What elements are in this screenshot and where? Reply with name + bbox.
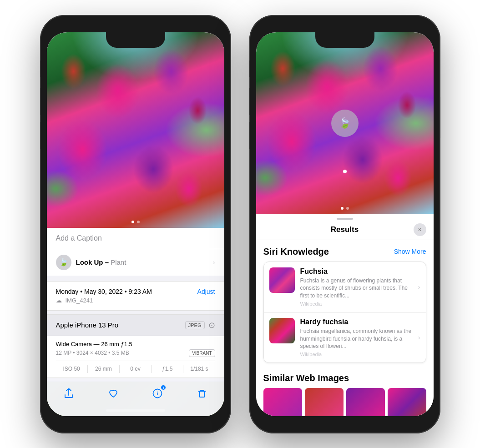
exif-focal: 26 mm (88, 365, 120, 373)
fuchsia-item[interactable]: Fuchsia Fuchsia is a genus of flowering … (264, 262, 426, 312)
fuchsia-thumb-image (269, 267, 295, 293)
camera-wide: Wide Camera — 26 mm ƒ1.5 (56, 341, 215, 347)
hardy-name: Hardy fuchsia (300, 318, 413, 326)
camera-badges: JPEG ⊙ (185, 320, 215, 330)
hardy-source: Wikipedia (300, 352, 413, 357)
info-panel: Add a Caption 🍃 Look Up – Plant › Monday… (47, 228, 224, 416)
fuchsia-description: Fuchsia is a genus of flowering plants t… (300, 277, 413, 300)
photo-filename: ☁ IMG_4241 (56, 297, 215, 304)
similar-images-grid (263, 388, 426, 416)
right-volume-down-button[interactable] (249, 122, 250, 149)
right-phone: 🍃 Results × (249, 15, 440, 433)
exif-ev: 0 ev (120, 365, 152, 373)
right-phone-screen: 🍃 Results × (256, 32, 434, 416)
hardy-text: Hardy fuchsia Fuchsia magellanica, commo… (300, 318, 413, 357)
camera-model: Apple iPhone 13 Pro (56, 321, 119, 329)
right-page-dots (341, 207, 349, 210)
favorite-button[interactable] (103, 383, 123, 403)
power-button[interactable] (231, 97, 231, 138)
left-phone-screen: Add a Caption 🍃 Look Up – Plant › Monday… (47, 32, 224, 416)
flower-photo (47, 32, 224, 228)
hardy-chevron-icon: › (418, 334, 420, 341)
camera-section: Apple iPhone 13 Pro JPEG ⊙ Wide Camera —… (47, 314, 224, 378)
hardy-thumb-image (269, 318, 295, 343)
right-power-button[interactable] (440, 97, 440, 138)
right-photo-area[interactable]: 🍃 (256, 32, 434, 214)
results-header: Results × (256, 220, 434, 240)
lookup-row[interactable]: 🍃 Look Up – Plant › (47, 249, 224, 276)
similar-image-4[interactable] (388, 388, 426, 416)
camera-header: Apple iPhone 13 Pro JPEG ⊙ (47, 315, 224, 336)
right-notch (315, 32, 374, 48)
exif-iso: ISO 50 (56, 365, 88, 373)
share-button[interactable] (59, 383, 79, 403)
fuchsia-chevron-icon: › (418, 283, 420, 291)
svg-text:i: i (157, 391, 158, 396)
knowledge-card: Fuchsia Fuchsia is a genus of flowering … (263, 262, 426, 363)
jpeg-badge: JPEG (185, 321, 205, 329)
vibrant-badge: VIBRANT (189, 349, 215, 357)
siri-knowledge-title: Siri Knowledge (263, 247, 329, 257)
adjust-button[interactable]: Adjust (197, 288, 215, 295)
similar-image-1[interactable] (263, 388, 302, 416)
hardy-thumbnail (269, 318, 295, 343)
cloud-icon: ☁ (56, 297, 62, 304)
camera-details: Wide Camera — 26 mm ƒ1.5 12 MP • 3024 × … (47, 336, 224, 378)
caption-field[interactable]: Add a Caption (47, 228, 224, 249)
page-dot-2 (137, 221, 140, 223)
exif-row: ISO 50 26 mm 0 ev ƒ1.5 1/181 s (56, 361, 215, 373)
page-dots (131, 221, 140, 223)
lookup-chevron-icon: › (213, 259, 215, 266)
delete-button[interactable] (192, 383, 212, 403)
fuchsia-source: Wikipedia (300, 301, 413, 307)
photo-date: Monday • May 30, 2022 • 9:23 AM (56, 288, 152, 295)
results-title: Results (276, 225, 414, 234)
siri-knowledge-header: Siri Knowledge Show More (263, 247, 426, 257)
hardy-fuchsia-item[interactable]: Hardy fuchsia Fuchsia magellanica, commo… (264, 312, 426, 362)
exif-aperture: ƒ1.5 (152, 365, 183, 373)
lookup-label: Look Up – Plant (76, 258, 126, 266)
similar-image-3[interactable] (346, 388, 385, 416)
similar-images-section: Similar Web Images (256, 367, 434, 416)
mute-button[interactable] (40, 60, 40, 77)
visual-lookup-button[interactable]: 🍃 (331, 110, 359, 137)
info-badge: i (161, 385, 166, 390)
notch (106, 32, 165, 48)
fuchsia-text: Fuchsia Fuchsia is a genus of flowering … (300, 267, 413, 307)
right-mute-button[interactable] (249, 60, 250, 77)
results-panel: Results × Siri Knowledge Show More (256, 214, 434, 416)
left-phone: Add a Caption 🍃 Look Up – Plant › Monday… (40, 15, 231, 433)
volume-down-button[interactable] (40, 122, 40, 149)
close-button[interactable]: × (414, 223, 426, 236)
visual-lookup-icon: 🍃 (56, 255, 71, 270)
similar-images-header: Similar Web Images (263, 373, 426, 383)
dot-indicator (343, 170, 347, 173)
meta-section: Monday • May 30, 2022 • 9:23 AM Adjust ☁… (47, 281, 224, 311)
similar-images-title: Similar Web Images (263, 373, 349, 383)
camera-mp: 12 MP • 3024 × 4032 • 3.5 MB VIBRANT (56, 349, 215, 357)
siri-knowledge-section: Siri Knowledge Show More Fuchsia Fuchsia… (256, 240, 434, 367)
photo-area[interactable] (47, 32, 224, 228)
volume-up-button[interactable] (40, 88, 40, 115)
fuchsia-thumbnail (269, 267, 295, 293)
hardy-description: Fuchsia magellanica, commonly known as t… (300, 327, 413, 350)
similar-image-2[interactable] (305, 388, 344, 416)
camera-settings-icon[interactable]: ⊙ (208, 320, 215, 330)
phones-container: Add a Caption 🍃 Look Up – Plant › Monday… (31, 6, 450, 443)
meta-date-row: Monday • May 30, 2022 • 9:23 AM Adjust (56, 288, 215, 295)
right-page-dot-2 (346, 207, 349, 210)
fuchsia-name: Fuchsia (300, 267, 413, 276)
info-button[interactable]: i i (147, 383, 167, 403)
exif-shutter: 1/181 s (183, 365, 215, 373)
home-indicator (106, 409, 165, 412)
right-volume-up-button[interactable] (249, 88, 250, 115)
right-page-dot-1 (341, 207, 344, 210)
flower-overlay (47, 32, 224, 228)
show-more-button[interactable]: Show More (394, 248, 426, 255)
page-dot-1 (131, 221, 134, 223)
